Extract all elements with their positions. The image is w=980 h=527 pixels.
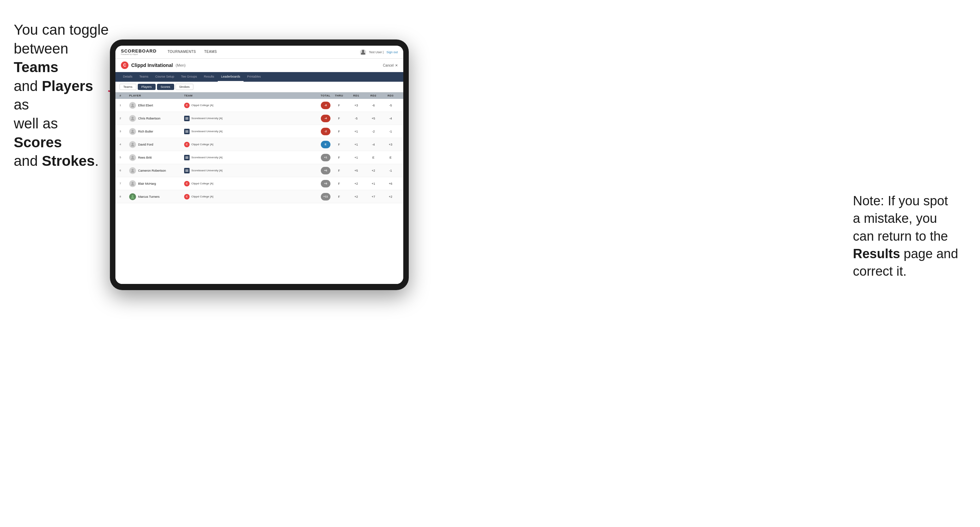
team-name: Scoreboard University [A] <box>191 156 223 159</box>
subnav-course-setup[interactable]: Course Setup <box>152 72 178 82</box>
tournament-logo: C <box>121 62 129 69</box>
rd2-cell: -6 <box>365 104 382 107</box>
score-badge: +8 <box>321 180 331 187</box>
table-row[interactable]: 4 David Ford C Clippd College [A] E F +1… <box>115 138 403 151</box>
col-player: PLAYER <box>129 94 184 97</box>
nav-teams[interactable]: TEAMS <box>200 46 221 59</box>
total-cell: +6 <box>306 167 331 175</box>
team-cell: Scoreboard University [A] <box>184 168 306 173</box>
score-badge: +1 <box>321 154 331 161</box>
table-row[interactable]: 2 Chris Robertson Scoreboard University … <box>115 112 403 125</box>
col-rd1: RD1 <box>348 94 365 97</box>
subnav-teams[interactable]: Teams <box>136 72 152 82</box>
sign-out-link[interactable]: Sign out <box>387 51 398 54</box>
subnav-tee-groups[interactable]: Tee Groups <box>178 72 200 82</box>
table-row[interactable]: 5 Rees Britt Scoreboard University [A] +… <box>115 151 403 164</box>
team-name: Clippd College [A] <box>191 182 213 185</box>
leaderboard-table: # PLAYER TEAM TOTAL THRU RD1 RD2 RD3 1 E… <box>115 92 403 284</box>
player-avatar <box>129 167 136 174</box>
player-avatar <box>129 115 136 122</box>
rd3-cell: -1 <box>382 130 399 133</box>
table-body: 1 Elliot Ebert C Clippd College [A] -8 F… <box>115 99 403 203</box>
table-header: # PLAYER TEAM TOTAL THRU RD1 RD2 RD3 <box>115 92 403 99</box>
toggle-players-button[interactable]: Players <box>138 84 156 90</box>
rd2-cell: -2 <box>365 130 382 133</box>
team-logo-c: C <box>184 103 189 108</box>
toggle-scores-button[interactable]: Scores <box>157 84 174 90</box>
team-name: Clippd College [A] <box>191 143 213 146</box>
subnav-leaderboards[interactable]: Leaderboards <box>218 72 244 82</box>
toggle-strokes-button[interactable]: Strokes <box>175 84 194 90</box>
row-rank: 2 <box>119 117 129 120</box>
row-rank: 1 <box>119 104 129 107</box>
player-name: Cameron Robertson <box>138 169 166 172</box>
score-badge: -4 <box>321 115 331 122</box>
svg-point-3 <box>132 117 134 119</box>
table-row[interactable]: 7 Blair McHarg C Clippd College [A] +8 F… <box>115 177 403 190</box>
col-rd2: RD2 <box>365 94 382 97</box>
team-logo-c: C <box>184 142 189 147</box>
team-logo-c: C <box>184 194 189 200</box>
tournament-gender: (Men) <box>175 63 186 67</box>
logo-subtitle: Powered by clippd <box>121 53 157 55</box>
toggle-teams-button[interactable]: Teams <box>119 84 136 90</box>
svg-rect-6 <box>186 119 189 119</box>
subnav-details[interactable]: Details <box>119 72 136 82</box>
row-rank: 6 <box>119 169 129 172</box>
rd3-cell: E <box>382 156 399 159</box>
svg-point-2 <box>132 104 134 106</box>
team-cell: Scoreboard University [A] <box>184 129 306 134</box>
sub-navigation: Details Teams Course Setup Tee Groups Re… <box>115 72 403 82</box>
nav-right: Test User | Sign out <box>360 49 398 55</box>
user-icon <box>360 49 366 55</box>
row-rank: 4 <box>119 143 129 146</box>
table-row[interactable]: 3 Rich Butler Scoreboard University [A] … <box>115 125 403 138</box>
nav-tournaments[interactable]: TOURNAMENTS <box>164 46 200 59</box>
team-name: Scoreboard University [A] <box>191 117 223 120</box>
tablet-screen: SCOREBOARD Powered by clippd TOURNAMENTS… <box>115 46 403 284</box>
svg-point-1 <box>362 50 364 52</box>
col-total: TOTAL <box>306 94 331 97</box>
thru-cell: F <box>331 117 348 120</box>
rd1-cell: +5 <box>348 169 365 172</box>
cancel-button[interactable]: Cancel ✕ <box>383 63 398 67</box>
svg-rect-18 <box>186 170 189 171</box>
rd3-cell: -5 <box>382 104 399 107</box>
total-cell: -8 <box>306 102 331 109</box>
player-avatar <box>129 154 136 161</box>
team-cell: C Clippd College [A] <box>184 103 306 108</box>
rd1-cell: +1 <box>348 156 365 159</box>
thru-cell: F <box>331 104 348 107</box>
row-rank: 8 <box>119 195 129 198</box>
team-name: Clippd College [A] <box>191 195 213 198</box>
score-badge: -2 <box>321 128 331 135</box>
player-avatar <box>129 141 136 148</box>
row-rank: 5 <box>119 156 129 159</box>
score-badge: E <box>321 141 331 148</box>
table-row[interactable]: 8 Marcus Turners C Clippd College [A] +1… <box>115 190 403 203</box>
col-rank: # <box>119 94 129 97</box>
svg-rect-15 <box>186 158 189 158</box>
player-cell: Marcus Turners <box>129 193 184 200</box>
team-logo-s <box>184 155 189 160</box>
total-cell: E <box>306 141 331 148</box>
team-logo-s <box>184 129 189 134</box>
team-name: Scoreboard University [A] <box>191 130 223 133</box>
rd1-cell: +1 <box>348 130 365 133</box>
svg-point-16 <box>132 169 134 171</box>
svg-point-12 <box>132 156 134 158</box>
player-cell: Rees Britt <box>129 154 184 161</box>
rd1-cell: -5 <box>348 117 365 120</box>
score-badge: +6 <box>321 167 331 175</box>
rd1-cell: +2 <box>348 182 365 186</box>
team-cell: C Clippd College [A] <box>184 181 306 186</box>
score-badge: +11 <box>321 193 331 200</box>
svg-rect-13 <box>186 156 189 157</box>
player-cell: Rich Butler <box>129 128 184 135</box>
table-row[interactable]: 1 Elliot Ebert C Clippd College [A] -8 F… <box>115 99 403 112</box>
table-row[interactable]: 6 Cameron Robertson Scoreboard Universit… <box>115 164 403 177</box>
subnav-results[interactable]: Results <box>200 72 218 82</box>
subnav-printables[interactable]: Printables <box>243 72 264 82</box>
thru-cell: F <box>331 130 348 133</box>
player-name: Blair McHarg <box>138 182 156 186</box>
